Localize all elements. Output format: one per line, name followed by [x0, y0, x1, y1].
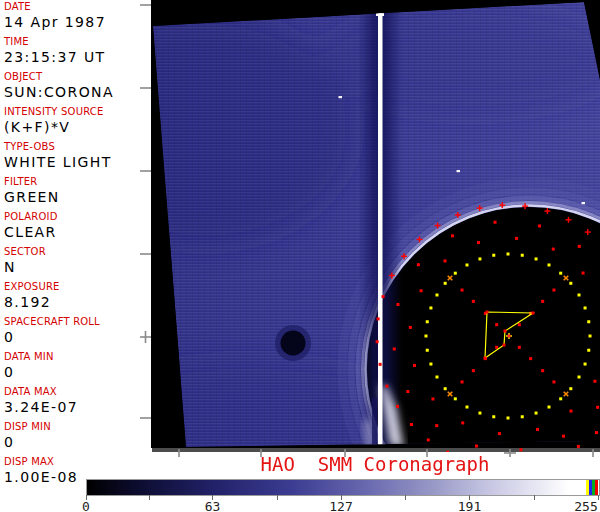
fiducial-dot [507, 253, 510, 256]
fiducial-dot [532, 312, 535, 315]
fiducial-dot [454, 272, 457, 275]
colorbar-tick-label: 255 [566, 500, 600, 512]
metadata-label: TIME [4, 36, 150, 48]
fiducial-dot [484, 357, 487, 360]
fiducial-dot [559, 397, 562, 400]
fiducial-dot [578, 294, 581, 297]
fiducial-dot [521, 415, 524, 418]
fiducial-dot [569, 387, 572, 390]
fiducial-dot [484, 312, 487, 315]
image-bottom-border [152, 448, 600, 452]
metadata-label: DATA MAX [4, 386, 150, 398]
fiducial-dot [426, 320, 429, 323]
fiducial-dot [495, 323, 498, 326]
fiducial-dot [444, 259, 447, 262]
fiducial-dot [478, 412, 481, 415]
metadata-value: N [4, 259, 150, 276]
metadata-label: TYPE-OBS [4, 141, 150, 153]
fiducial-dot [420, 289, 423, 292]
fiducial-dot [429, 306, 432, 309]
metadata-field: FILTERGREEN [4, 176, 150, 206]
instrument-title: HAO SMM Coronagraph [240, 454, 510, 475]
fiducial-dot [538, 224, 541, 227]
fiducial-dot [477, 241, 480, 244]
fiducial-dot [541, 300, 544, 303]
fiducial-dot [552, 380, 555, 383]
metadata-label: DISP MIN [4, 421, 150, 433]
fiducial-dot [503, 344, 506, 347]
metadata-label: SECTOR [4, 246, 150, 258]
fiducial-dot [557, 456, 560, 459]
fiducial-dot [431, 397, 434, 400]
contour-polygon [485, 312, 533, 358]
fiducial-dot [512, 465, 515, 468]
colorbar-scale: 063127191255 [0, 494, 600, 512]
colorbar-minor-tick [277, 495, 278, 500]
fiducial-dot [518, 346, 521, 349]
fiducial-dot [427, 438, 430, 441]
fiducial-dot [494, 221, 497, 224]
fiducial-dot [584, 363, 587, 366]
fiducial-dot [519, 448, 522, 451]
metadata-label: DATA MIN [4, 351, 150, 363]
top-shading [320, 5, 600, 115]
metadata-value: CLEAR [4, 224, 150, 241]
colorbar-tick-label: 63 [192, 500, 232, 512]
colorbar-minor-tick [149, 495, 150, 500]
metadata-field: POLAROIDCLEAR [4, 211, 150, 241]
fiducial-overlay [376, 202, 600, 468]
fiducial-dot [504, 330, 507, 333]
metadata-field: DATA MIN0 [4, 351, 150, 381]
fiducial-dot [466, 263, 469, 266]
fiducial-dot [461, 421, 464, 424]
ccd-field [153, 2, 600, 447]
fiducial-dot [461, 289, 464, 292]
metadata-field: TIME23:15:37 UT [4, 36, 150, 66]
metadata-label: POLAROID [4, 211, 150, 223]
metadata-field: DISP MIN0 [4, 421, 150, 451]
fiducial-dot [385, 385, 388, 388]
metadata-field: TYPE-OBSWHITE LIGHT [4, 141, 150, 171]
pylon-arm [358, 0, 404, 452]
metadata-field: DATE14 Apr 1987 [4, 1, 150, 31]
colorbar-tick-label: 127 [321, 500, 361, 512]
fiducial-dot [472, 369, 475, 372]
fiducial-dot [466, 406, 469, 409]
fiducial-dot [577, 445, 580, 448]
metadata-value: 0 [4, 329, 150, 346]
metadata-field: INTENSITY SOURCE(K+F)*V [4, 106, 150, 136]
fiducial-dot [552, 289, 555, 292]
fiducial-dot [507, 417, 510, 420]
fiducial-dot [475, 445, 478, 448]
fiducial-dot [417, 263, 420, 266]
colorbar-minor-tick [405, 495, 406, 500]
fiducial-dot [426, 349, 429, 352]
star-specks [339, 96, 586, 204]
image-background [151, 0, 600, 448]
fiducial-dot [535, 257, 538, 260]
metadata-field: DATA MAX3.24E-07 [4, 386, 150, 416]
fiducial-dot [569, 282, 572, 285]
fiducial-dot [589, 335, 592, 338]
metadata-label: EXPOSURE [4, 281, 150, 293]
fiducial-dot [529, 357, 532, 360]
fiducial-dot [515, 237, 518, 240]
metadata-value: 23:15:37 UT [4, 49, 150, 66]
fiducial-dot [425, 335, 428, 338]
fiducial-dot [529, 312, 532, 315]
colorbar-end-stripe [595, 480, 598, 495]
fiducial-dot [396, 303, 399, 306]
fiducial-dot [472, 300, 475, 303]
fiducial-dot [596, 406, 599, 409]
fiducial-dot [492, 415, 495, 418]
fiducial-dot [536, 428, 539, 431]
fiducial-dot [495, 346, 498, 349]
metadata-value: 0 [4, 434, 150, 451]
metadata-label: FILTER [4, 176, 150, 188]
metadata-value: 3.24E-07 [4, 399, 150, 416]
fiducial-dot [484, 357, 487, 360]
metadata-label: SPACECRAFT ROLL [4, 316, 150, 328]
metadata-label: DISP MAX [4, 456, 150, 468]
fiducial-dot [548, 406, 551, 409]
metadata-value: SUN:CORONA [4, 84, 150, 101]
